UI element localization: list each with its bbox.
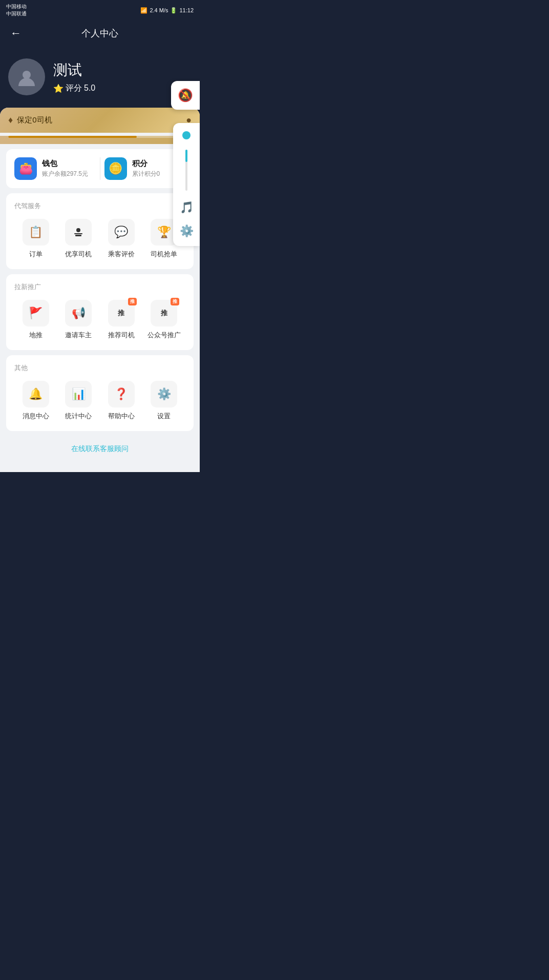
orders-label: 订单 [29, 250, 43, 259]
profile-name: 测试 [53, 60, 95, 80]
svg-point-1 [76, 228, 80, 232]
gold-banner[interactable]: ♦ 保定0司机 ● [0, 108, 200, 133]
signal-icon: 📶 [140, 7, 147, 14]
wallet-title: 钱包 [42, 159, 88, 169]
speed-indicator: 2.4 M/s [150, 7, 168, 13]
help-center-label: 帮助中心 [108, 412, 135, 421]
help-center-item[interactable]: ❓ 帮助中心 [100, 381, 143, 421]
wallet-text: 钱包 账户余额297.5元 [42, 159, 88, 178]
bell-muted-icon: 🔕 [178, 88, 193, 103]
svg-rect-3 [75, 235, 81, 236]
passenger-review-icon: 💬 [108, 219, 135, 246]
help-center-icon: ❓ [108, 381, 135, 407]
message-center-item[interactable]: 🔔 消息中心 [14, 381, 57, 421]
wallet-card: 👛 钱包 账户余额297.5元 🪙 积分 累计积分0 [6, 149, 194, 188]
main-content: ♦ 保定0司机 ● 👛 钱包 账户余额297.5元 🪙 [0, 108, 200, 472]
promo-grid: 🚩 地推 📢 邀请车主 推 推 推荐司机 推 推 公众号推广 [14, 300, 185, 340]
chauffeur-label: 代驾服务 [14, 201, 185, 211]
points-emoji: 🪙 [109, 162, 122, 175]
wechat-promo-item[interactable]: 推 推 公众号推广 [143, 300, 186, 340]
status-right: 📶 2.4 M/s 🔋 11:12 [140, 7, 194, 14]
recommend-badge: 推 [128, 298, 137, 305]
gear-icon[interactable]: ⚙️ [180, 224, 194, 238]
invite-owner-item[interactable]: 📢 邀请车主 [57, 300, 100, 340]
wallet-icon: 👛 [14, 157, 37, 180]
carrier-info: 中国移动 中国联通 [6, 3, 27, 17]
promo-section: 拉新推广 🚩 地推 📢 邀请车主 推 推 推荐司机 推 推 [6, 274, 194, 350]
stats-center-icon: 📊 [65, 381, 92, 407]
time-display: 11:12 [179, 7, 194, 13]
svg-rect-2 [74, 233, 82, 234]
points-text: 积分 累计积分0 [132, 159, 160, 178]
invite-owner-label: 邀请车主 [65, 331, 92, 340]
passenger-review-item[interactable]: 💬 乘客评价 [100, 219, 143, 259]
settings-icon: ⚙️ [151, 381, 177, 407]
notification-button[interactable]: 🔕 [171, 81, 200, 110]
music-icon[interactable]: 🎵 [180, 201, 194, 214]
promo-label: 拉新推广 [14, 282, 185, 292]
contact-service-link[interactable]: 在线联系客服顾问 [0, 436, 200, 462]
wallet-row: 👛 钱包 账户余额297.5元 🪙 积分 累计积分0 [14, 157, 185, 180]
message-center-icon: 🔔 [23, 381, 49, 407]
preferred-driver-label: 优享司机 [65, 250, 92, 259]
profile-info: 测试 ⭐ 评分 5.0 [53, 60, 95, 94]
header: ← 个人中心 [0, 21, 200, 50]
stats-center-label: 统计中心 [65, 412, 92, 421]
street-promo-icon: 🚩 [23, 300, 49, 326]
rating-label: 评分 [66, 83, 82, 94]
points-title: 积分 [132, 159, 160, 169]
profile-section: 测试 ⭐ 评分 5.0 🔕 [0, 50, 200, 108]
rating-value: 5.0 [84, 84, 95, 93]
preferred-driver-icon [65, 219, 92, 246]
other-section: 其他 🔔 消息中心 📊 统计中心 ❓ 帮助中心 ⚙️ 设置 [6, 355, 194, 431]
recommend-driver-item[interactable]: 推 推 推荐司机 [100, 300, 143, 340]
scroll-dot-indicator [182, 131, 191, 139]
recommend-driver-label: 推荐司机 [108, 331, 135, 340]
wallet-sub: 账户余额297.5元 [42, 170, 88, 178]
wechat-promo-label: 公众号推广 [147, 331, 181, 340]
page-title: 个人中心 [81, 27, 118, 39]
other-grid: 🔔 消息中心 📊 统计中心 ❓ 帮助中心 ⚙️ 设置 [14, 381, 185, 421]
driver-grab-label: 司机抢单 [151, 250, 177, 259]
svg-point-0 [23, 71, 31, 79]
status-bar: 中国移动 中国联通 📶 2.4 M/s 🔋 11:12 [0, 0, 200, 21]
avatar[interactable] [8, 58, 45, 95]
wallet-item[interactable]: 👛 钱包 账户余额297.5元 [14, 157, 96, 180]
wechat-promo-icon: 推 推 [151, 300, 177, 326]
other-label: 其他 [14, 363, 185, 373]
message-center-label: 消息中心 [23, 412, 49, 421]
scroll-track [185, 150, 187, 191]
orders-item[interactable]: 📋 订单 [14, 219, 57, 259]
scroll-sidebar: 🎵 ⚙️ [173, 123, 200, 246]
gold-progress-bar [8, 136, 192, 138]
banner-text: 保定0司机 [17, 115, 52, 125]
chauffeur-grid: 📋 订单 优享司机 💬 乘客评价 🏆 司机抢单 [14, 219, 185, 259]
street-promo-label: 地推 [29, 331, 43, 340]
orders-icon: 📋 [23, 219, 49, 246]
profile-rating: ⭐ 评分 5.0 [53, 83, 95, 94]
invite-owner-icon: 📢 [65, 300, 92, 326]
preferred-driver-item[interactable]: 优享司机 [57, 219, 100, 259]
passenger-review-label: 乘客评价 [108, 250, 135, 259]
avatar-icon [16, 67, 37, 87]
gold-progress-fill [8, 136, 137, 138]
chauffeur-section: 代驾服务 📋 订单 优享司机 💬 乘客评价 🏆 司机抢单 [6, 193, 194, 269]
stats-center-item[interactable]: 📊 统计中心 [57, 381, 100, 421]
back-button[interactable]: ← [8, 25, 24, 42]
settings-label: 设置 [157, 412, 171, 421]
wallet-emoji: 👛 [19, 162, 33, 175]
wallet-divider [100, 157, 100, 180]
wechat-badge: 推 [171, 298, 179, 305]
battery-icon: 🔋 [170, 7, 177, 14]
points-sub: 累计积分0 [132, 170, 160, 178]
recommend-driver-icon: 推 推 [108, 300, 135, 326]
settings-item[interactable]: ⚙️ 设置 [143, 381, 186, 421]
street-promo-item[interactable]: 🚩 地推 [14, 300, 57, 340]
scroll-thumb [185, 150, 187, 162]
points-icon: 🪙 [104, 157, 127, 180]
diamond-icon: ♦ [8, 115, 13, 126]
star-icon: ⭐ [53, 84, 64, 93]
